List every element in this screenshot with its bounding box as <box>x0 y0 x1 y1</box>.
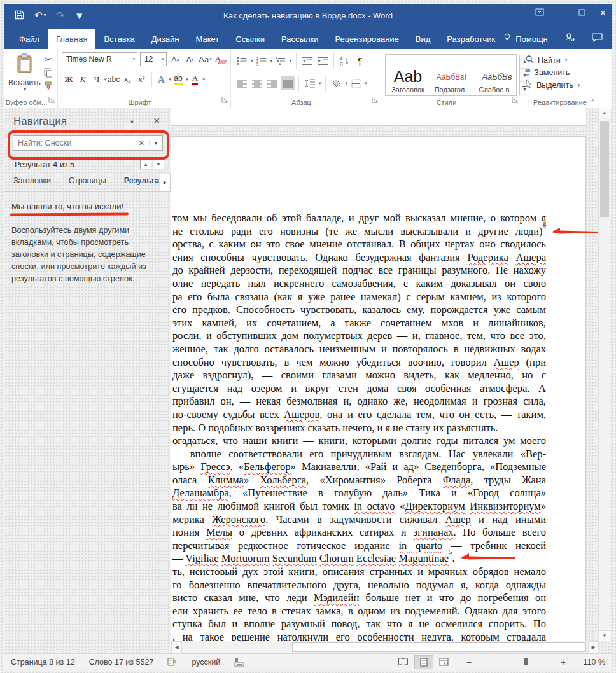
ribbon-tab-references[interactable]: Ссылки <box>227 29 273 49</box>
style-subtle-emphasis[interactable]: АаБбВвСлабое в... <box>475 55 519 95</box>
page-indicator[interactable]: Страница 8 из 12 <box>11 658 75 667</box>
scroll-left-icon[interactable]: ◀ <box>171 641 182 653</box>
text-effects-button[interactable]: А <box>155 73 169 87</box>
document-page[interactable]: том мы беседовали об этой балладе, и дру… <box>171 136 586 645</box>
undo-caret-icon[interactable]: ▾ <box>44 13 46 18</box>
zoom-slider[interactable] <box>475 662 557 662</box>
customize-qat-icon[interactable]: ▼ <box>74 10 84 20</box>
zoom-level[interactable]: 110 % <box>577 658 605 667</box>
style-heading[interactable]: AabЗаголовок <box>386 55 430 95</box>
find-button[interactable]: Найти▾ <box>525 55 595 66</box>
font-color-button[interactable]: А <box>192 74 198 85</box>
next-result-icon[interactable]: ▼ <box>153 160 164 169</box>
proofing-status-icon[interactable]: x <box>167 657 178 667</box>
ribbon-tab-developer[interactable]: Разработчик <box>438 29 503 49</box>
highlight-button[interactable]: ab <box>174 74 182 85</box>
zoom-in-button[interactable]: + <box>557 657 570 667</box>
ribbon-tab-mailings[interactable]: Рассылки <box>273 29 326 49</box>
bullets-icon[interactable] <box>235 54 249 68</box>
underline-button[interactable]: Ч <box>90 73 104 87</box>
ribbon-tab-design[interactable]: Дизайн <box>143 29 188 49</box>
navigation-pane-menu-icon[interactable]: ▼ <box>129 119 135 125</box>
change-case-button[interactable]: Aa▾ <box>199 52 211 66</box>
vertical-scroll-thumb[interactable] <box>600 121 609 217</box>
replace-button[interactable]: abac Заменить <box>525 68 595 77</box>
web-layout-icon[interactable] <box>435 655 454 669</box>
close-window-icon[interactable]: ✕ <box>599 9 606 17</box>
line-spacing-icon[interactable] <box>303 76 317 90</box>
bold-button[interactable]: Ж <box>62 73 76 87</box>
format-painter-icon[interactable] <box>42 80 55 92</box>
footnote-reference[interactable]: 5 <box>449 548 452 555</box>
undo-icon[interactable]: ↶▾ <box>34 10 46 20</box>
clear-formatting-button[interactable]: А <box>214 52 227 66</box>
paragraph-dialog-launcher-icon[interactable] <box>372 94 378 106</box>
font-name-combo[interactable]: Times New R▾ <box>62 52 137 66</box>
ribbon-tab-review[interactable]: Рецензирование <box>326 29 407 49</box>
ribbon-display-options-icon[interactable] <box>535 8 544 17</box>
font-color-caret-icon[interactable]: ▾ <box>203 77 206 82</box>
word-count[interactable]: Слово 17 из 5527 <box>89 658 154 667</box>
collapse-ribbon-icon[interactable]: ⌃ <box>590 99 595 105</box>
justify-icon[interactable] <box>281 76 295 90</box>
select-button[interactable]: Выделить▾ <box>525 80 595 90</box>
superscript-button[interactable]: x² <box>135 73 149 87</box>
ribbon-tab-home[interactable]: Главная <box>48 29 95 49</box>
pilcrow-icon[interactable]: ¶ <box>353 54 367 68</box>
ribbon-tab-layout[interactable]: Макет <box>187 29 227 49</box>
italic-button[interactable]: К <box>76 73 90 87</box>
shading-icon[interactable] <box>330 76 344 90</box>
horizontal-scroll-thumb[interactable] <box>292 642 586 652</box>
maximize-icon[interactable] <box>578 9 585 17</box>
multilevel-list-icon[interactable] <box>274 54 288 68</box>
align-center-icon[interactable] <box>250 76 264 90</box>
tell-me-control[interactable]: Помощн <box>503 33 548 45</box>
subscript-button[interactable]: x₂ <box>121 73 135 87</box>
paste-button[interactable]: Вставить ▼ <box>8 53 41 92</box>
style-subtitle[interactable]: АаБбВвГПодзагол... <box>430 55 475 95</box>
increase-indent-icon[interactable] <box>316 54 330 68</box>
align-right-icon[interactable] <box>265 76 279 90</box>
styles-dialog-launcher-icon[interactable] <box>512 94 518 106</box>
cut-icon[interactable]: ✂ <box>42 53 55 65</box>
navigation-tab-pages[interactable]: Страницы <box>69 176 106 190</box>
shrink-font-button[interactable]: A▾ <box>184 52 196 66</box>
horizontal-scrollbar[interactable]: ◀ ▶ <box>171 641 599 653</box>
zoom-slider-thumb[interactable] <box>524 658 528 665</box>
ribbon-tab-insert[interactable]: Вставка <box>95 29 143 49</box>
vertical-scrollbar[interactable]: ▲ ▼ <box>598 108 610 641</box>
eraser-icon <box>218 60 227 64</box>
copy-icon[interactable] <box>42 67 55 78</box>
font-size-combo[interactable]: 12▾ <box>140 52 167 66</box>
share-icon[interactable] <box>564 32 575 45</box>
clipboard-dialog-launcher-icon[interactable] <box>48 94 55 106</box>
feedback-icon[interactable] <box>592 33 603 45</box>
navigation-pane-close-icon[interactable]: ✕ <box>153 116 160 126</box>
ribbon-tab-view[interactable]: Вид <box>407 29 439 49</box>
macro-recording-icon[interactable] <box>234 658 244 667</box>
navigation-tabs-more-icon[interactable]: ▶ <box>160 174 171 191</box>
scroll-down-icon[interactable]: ▼ <box>599 630 610 641</box>
scroll-right-icon[interactable]: ▶ <box>588 641 599 653</box>
borders-icon[interactable] <box>349 76 363 90</box>
font-dialog-launcher-icon[interactable] <box>221 94 228 106</box>
footnote-reference[interactable]: 4 <box>543 220 547 228</box>
minimize-icon[interactable] <box>558 13 564 13</box>
decrease-indent-icon[interactable] <box>300 54 314 68</box>
previous-result-icon[interactable]: ▲ <box>140 160 151 169</box>
sort-icon[interactable]: АЯ <box>338 54 352 68</box>
read-mode-icon[interactable] <box>394 655 413 669</box>
numbering-icon[interactable]: 123 <box>255 54 269 68</box>
navigation-tab-headings[interactable]: Заголовки <box>13 176 51 190</box>
underline-caret-icon[interactable]: ▾ <box>104 77 107 82</box>
ribbon-tab-file[interactable]: Файл <box>11 29 48 49</box>
language-indicator[interactable]: русский <box>192 658 220 667</box>
align-left-icon[interactable] <box>235 76 249 90</box>
save-icon[interactable] <box>15 10 24 20</box>
misspelled-word: Chorum <box>319 552 354 564</box>
grow-font-button[interactable]: A▴ <box>169 52 181 66</box>
scroll-up-icon[interactable]: ▲ <box>599 108 610 118</box>
strikethrough-button[interactable]: abc <box>107 73 121 87</box>
print-layout-icon[interactable] <box>414 655 433 669</box>
zoom-out-button[interactable]: − <box>463 657 475 667</box>
